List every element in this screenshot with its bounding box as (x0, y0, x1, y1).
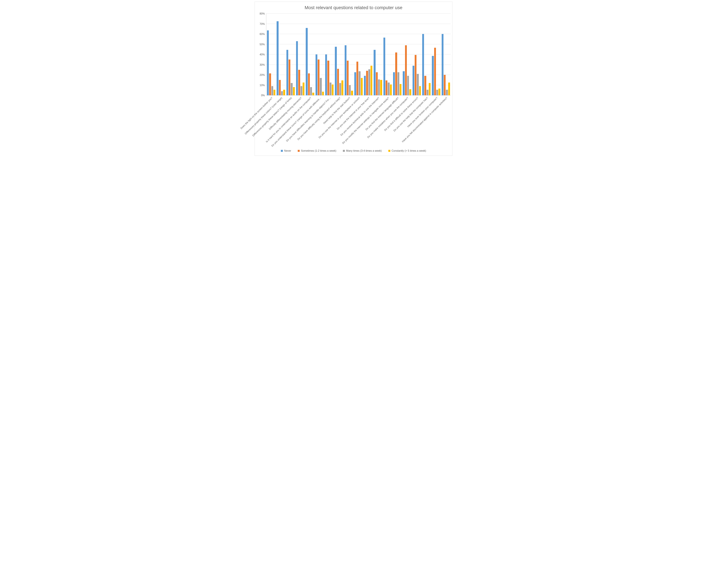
bar (293, 87, 295, 95)
chart-container: Most relevant questions related to compu… (255, 2, 452, 156)
bar (354, 72, 356, 95)
bar (279, 80, 281, 95)
bar (289, 60, 290, 95)
y-tick-label: 20% (260, 74, 265, 76)
bar (378, 79, 380, 95)
bar (315, 54, 317, 95)
bar (310, 87, 312, 95)
bar (357, 62, 358, 95)
bar (380, 80, 382, 95)
bar (306, 28, 307, 96)
bar (371, 66, 372, 95)
bar (388, 82, 390, 95)
y-tick-label: 60% (260, 33, 265, 36)
bar (349, 85, 351, 96)
bar-group (383, 13, 393, 95)
bar (429, 83, 431, 95)
bar (281, 91, 283, 95)
y-tick-label: 40% (260, 53, 265, 56)
bar-group (402, 13, 412, 95)
bar (448, 82, 450, 95)
bar-group (276, 13, 285, 95)
bar-group (412, 13, 422, 95)
y-tick-label: 30% (260, 64, 265, 66)
bar (327, 61, 329, 96)
bar (385, 80, 388, 95)
legend-swatch (281, 150, 283, 152)
bar (442, 34, 443, 95)
bar (273, 90, 275, 95)
bar-groups (266, 13, 451, 95)
bar (267, 30, 269, 95)
bar (291, 83, 293, 95)
y-axis: 0%10%20%30%40%50%60%70%80% (256, 13, 266, 96)
bar (415, 55, 416, 95)
bar-group (344, 13, 354, 95)
y-tick-label: 0% (261, 94, 265, 97)
legend-item: Many times (3-4 times a week) (343, 149, 382, 152)
bar (269, 73, 271, 95)
bar (390, 84, 392, 95)
legend-label: Sometimes (1-2 times a week) (301, 149, 336, 152)
bar (339, 83, 341, 95)
bar (301, 86, 302, 95)
bar (368, 69, 370, 95)
bar (403, 71, 405, 95)
bar (335, 47, 337, 95)
bar (330, 82, 331, 95)
plot-area (266, 13, 451, 96)
bar (436, 90, 438, 95)
bar (409, 89, 411, 96)
bar (398, 72, 399, 95)
bar (296, 41, 298, 95)
bar (359, 71, 360, 95)
bar (417, 74, 418, 95)
bar (351, 91, 353, 95)
bar (303, 82, 304, 95)
legend-swatch (343, 150, 345, 152)
bar-group (441, 13, 451, 95)
legend-swatch (298, 150, 300, 152)
bar (438, 88, 440, 95)
bar (320, 78, 322, 95)
x-tick: Have you felt discriminated against in c… (441, 96, 451, 148)
bar (419, 86, 421, 95)
y-tick-label: 10% (260, 84, 265, 87)
bar-group (296, 13, 305, 95)
legend-label: Many times (3-4 times a week) (346, 149, 382, 152)
bar-group (422, 13, 431, 95)
bar-group (305, 13, 315, 95)
bar (432, 56, 434, 95)
bar (376, 72, 378, 95)
plot-row: 0%10%20%30%40%50%60%70%80% (256, 13, 451, 96)
bar-group (393, 13, 402, 95)
bar-group (334, 13, 344, 95)
y-tick-label: 70% (260, 23, 265, 26)
bar (277, 21, 278, 95)
legend-item: Sometimes (1-2 times a week) (298, 149, 336, 152)
bar (407, 76, 409, 95)
bar (308, 73, 310, 95)
bar (347, 61, 348, 96)
bar (325, 54, 327, 95)
bar (341, 80, 343, 95)
bar (434, 48, 436, 95)
bar (422, 34, 424, 95)
bar-group (325, 13, 334, 95)
bar (444, 75, 446, 95)
bar (312, 93, 314, 95)
bar-group (286, 13, 296, 95)
bar (287, 50, 288, 95)
y-tick-label: 50% (260, 43, 265, 46)
bar (395, 52, 397, 96)
bar (412, 66, 414, 95)
bar (361, 78, 363, 95)
bar (322, 92, 324, 95)
chart-title: Most relevant questions related to compu… (256, 5, 451, 10)
bar (332, 84, 334, 95)
bar (400, 84, 401, 95)
legend-swatch (388, 150, 390, 152)
x-axis: Does the light on the screen bother you?… (266, 96, 451, 148)
bar (374, 50, 375, 95)
bar (318, 60, 319, 95)
